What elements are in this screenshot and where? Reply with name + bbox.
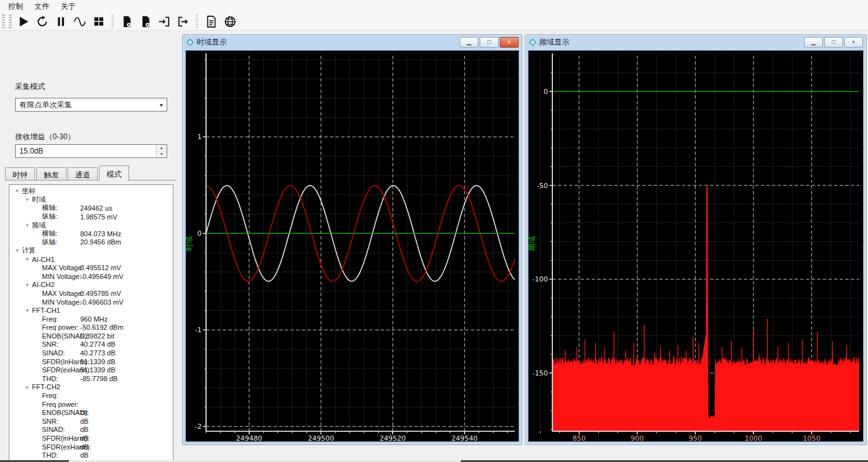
tree-expander-icon[interactable]: ∨ [14,248,20,253]
tree-row[interactable]: Freq: [9,391,173,400]
tree-row[interactable]: SFDR(exHarm):dB [9,443,173,451]
tree-label: SINAD: [42,426,65,433]
y-axis-title: 时域 [186,236,194,251]
import-button[interactable] [156,13,172,29]
tree-expander-icon[interactable]: ∨ [24,223,30,228]
tree-row[interactable]: 纵轴:20.9456 dBm [9,238,173,247]
tree-row[interactable]: ENOB(SINAD):bit [9,408,173,417]
tree-row[interactable]: MIN Voltage:-0.495649 mV [9,272,173,281]
tree-row[interactable]: THD:-85.7798 dB [9,374,173,383]
tree-expander-icon[interactable]: ∨ [24,308,30,313]
tree-row[interactable]: ∨计算 [9,246,173,255]
menu-item-3[interactable]: 关于 [55,0,81,13]
tree-row[interactable]: ∨AI-CH1 [9,255,173,264]
close-icon[interactable]: × [500,37,519,48]
tree-row[interactable]: ENOB(SINAD):6.39822 bit [9,332,173,340]
tree-value: 0.495512 mV [80,264,121,271]
tab-模式[interactable]: 模式 [99,165,129,181]
tree-row[interactable]: SNR:dB [9,417,173,426]
tree-row[interactable]: SFDR(inHarm):dB [9,434,173,443]
minimize-icon[interactable]: ▁ [804,37,823,48]
time-window-titlebar[interactable]: 时域显示 ▁ □ × [183,35,522,50]
report-button[interactable] [203,13,219,29]
tree-label: MAX Voltage: [42,290,84,297]
tree-row[interactable]: ∨FFT-CH2 [9,383,173,392]
tree-label: Freq power: [42,323,79,331]
tree-value: dB [80,426,88,433]
time-domain-chart[interactable]: 24948024950024952024954010-1-2时域 [185,50,519,442]
tree-row[interactable]: Freq power: [9,400,173,409]
svg-text:900: 900 [631,434,644,443]
spin-up-icon[interactable]: ▲ [157,145,167,152]
tree-row[interactable]: Freq:960 MHz [9,315,173,323]
file-settings-button[interactable] [118,13,135,29]
tree-row[interactable]: SFDR(exHarm):51.1339 dB [9,365,173,374]
gain-value: 15.0dB [19,147,43,155]
tree-row[interactable]: 横轴:249462 us [9,204,173,213]
file-settings2-button[interactable] [137,13,153,29]
spin-down-icon[interactable]: ▼ [157,152,167,158]
acquisition-mode-select[interactable]: 有限点单次采集 ▾ [15,98,167,112]
tree-expander-icon[interactable]: ∨ [24,197,30,202]
gain-spinbox[interactable]: 15.0dB ▲ ▼ [15,144,167,158]
tree-expander-icon[interactable]: ∨ [24,385,30,389]
sine-button[interactable] [71,13,88,29]
tree-row[interactable]: MAX Voltage:0.495512 mV [9,263,173,272]
tab-触发[interactable]: 触发 [36,167,66,181]
tree-label: THD: [42,451,58,459]
tab-时钟[interactable]: 时钟 [5,167,35,181]
close-icon[interactable]: × [844,37,863,48]
tree-value: 20.9456 dBm [80,238,121,246]
pause-button[interactable] [53,13,69,29]
maximize-icon[interactable]: □ [824,37,843,48]
tree-row[interactable]: 纵轴:1.98575 mV [9,213,173,221]
tree-row[interactable]: SFDR(inHarm):51.1339 dB [9,357,173,366]
tree-row[interactable]: SNR:40.2774 dB [9,340,173,349]
menu-item-2[interactable]: 文件 [29,0,55,13]
tree-row[interactable]: ∨频域 [9,221,173,229]
tree-row[interactable]: Freq power:-50.6192 dBm [9,323,173,332]
freq-domain-window[interactable]: 频域显示 ▁ □ × 850900950100010500-50-100-150… [525,34,867,445]
export-button[interactable] [175,13,191,29]
tree-row[interactable]: ∨AI-CH2 [9,281,173,290]
tree-label: Freq: [42,392,58,399]
y-axis-title: 频域 [529,236,536,252]
time-domain-window[interactable]: 时域显示 ▁ □ × 24948024950024952024954010-1-… [182,34,522,445]
globe-icon [224,15,237,28]
freq-window-titlebar[interactable]: 频域显示 ▁ □ × [525,35,866,50]
tree-value: bit [80,409,88,416]
globe-button[interactable] [222,13,238,29]
measurement-tree[interactable]: ∨坐标∨时域横轴:249462 us纵轴:1.98575 mV∨频域横轴:804… [9,184,173,462]
toolbar-grip[interactable] [2,14,5,28]
tree-value: dB [80,434,88,442]
loop-button[interactable] [34,13,50,29]
tree-expander-icon[interactable]: ∨ [24,283,30,287]
tree-row[interactable]: ∨FFT-CH1 [9,306,173,315]
menu-item-1[interactable]: 控制 [3,0,29,13]
tree-row[interactable]: MAX Voltage:0.495785 mV [9,289,173,298]
toolbar-separator [111,14,113,28]
tree-row[interactable]: SINAD:40.2773 dB [9,349,173,357]
tree-expander-icon[interactable]: ∨ [14,189,20,193]
tab-通道[interactable]: 通道 [68,167,98,181]
freq-domain-chart[interactable]: 850900950100010500-50-100-150频域 [528,50,864,442]
tree-value: 1.98575 mV [80,213,117,221]
maximize-icon[interactable]: □ [480,37,499,48]
tree-expander-icon[interactable]: ∨ [24,257,30,261]
play-button[interactable] [15,13,31,29]
tree-row[interactable]: 横轴:804.073 MHz [9,229,173,238]
window-title: 时域显示 [197,37,227,48]
minimize-icon[interactable]: ▁ [460,37,478,48]
tree-value: dB [80,443,88,451]
tree-row[interactable]: ∨坐标 [9,187,173,196]
svg-text:249540: 249540 [452,434,478,443]
tree-row[interactable]: ∨时域 [9,196,173,204]
tree-value: 6.39822 bit [80,332,114,340]
toolbar-grip[interactable] [9,14,12,28]
pause-icon [54,15,68,28]
grid-button[interactable] [90,13,106,29]
gain-label: 接收增益（0-30） [15,132,75,142]
tree-row[interactable]: THD:dB [9,451,173,459]
tree-row[interactable]: MIN Voltage:-0.496603 mV [9,298,173,307]
tree-row[interactable]: SINAD:dB [9,426,173,434]
